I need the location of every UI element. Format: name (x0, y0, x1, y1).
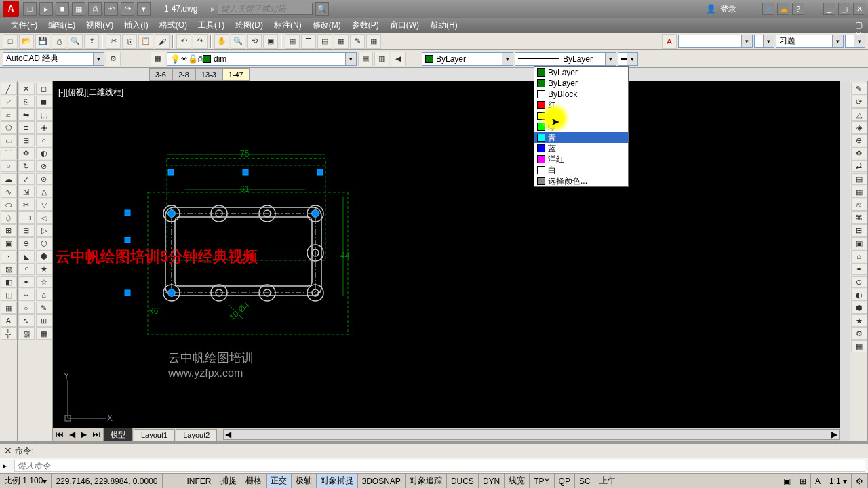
block-icon[interactable]: ▣ (1, 237, 17, 249)
doc-restore-button[interactable]: ▢ (855, 20, 863, 30)
mirror-icon[interactable]: ⇋ (18, 108, 35, 121)
m2-16-icon[interactable]: ☆ (36, 276, 52, 288)
layout-model[interactable]: 模型 (103, 428, 133, 441)
cloud-icon[interactable]: ☁ (777, 3, 789, 15)
color-option-5[interactable]: 绿 (534, 121, 628, 132)
toggle-sc[interactable]: SC (575, 474, 595, 488)
r1-14-icon[interactable]: ⌂ (851, 250, 867, 262)
color-option-6[interactable]: 青 (534, 132, 628, 143)
editsp-icon[interactable]: ∿ (18, 314, 35, 327)
r1-18-icon[interactable]: ⬢ (851, 302, 867, 314)
toggle-dyn[interactable]: DYN (479, 474, 505, 488)
status-scale[interactable]: 比例 1:100 ▾ (0, 474, 52, 488)
zoom-icon[interactable]: 🔍 (231, 34, 245, 49)
app-logo[interactable]: A (3, 1, 19, 17)
menu-insert[interactable]: 插入(I) (119, 18, 153, 33)
stretch-icon[interactable]: ⇲ (18, 186, 35, 198)
qat-redo-icon[interactable]: ↷ (121, 2, 134, 16)
menu-dimension[interactable]: 标注(N) (269, 18, 307, 33)
dimstyle-combo[interactable]: 习题▾ (776, 35, 844, 48)
cut-icon[interactable]: ✂ (106, 34, 121, 49)
minimize-button[interactable]: _ (823, 3, 835, 15)
color-option-3[interactable]: 红 (534, 100, 628, 110)
search-icon[interactable]: 🔍 (315, 2, 329, 16)
dimstyle2-combo[interactable]: ▾ (845, 35, 865, 48)
r1-9-icon[interactable]: ▦ (851, 186, 867, 198)
m2-4-icon[interactable]: ◈ (36, 121, 52, 134)
array-icon[interactable]: ⊞ (18, 134, 35, 146)
r1-15-icon[interactable]: ✦ (851, 263, 867, 275)
r1-2-icon[interactable]: ⟳ (851, 96, 867, 108)
zoom-prev-icon[interactable]: ⟲ (247, 34, 262, 49)
copy2-icon[interactable]: ⎘ (18, 96, 35, 108)
status-annot-icon[interactable]: A (811, 474, 825, 488)
circle-icon[interactable]: ○ (1, 160, 17, 172)
r1-13-icon[interactable]: ▣ (851, 237, 867, 249)
color-option-4[interactable]: 黄 (534, 110, 628, 121)
line-icon[interactable]: ╱ (1, 83, 17, 95)
match-icon[interactable]: 🖌 (155, 34, 170, 49)
r1-4-icon[interactable]: ◈ (851, 121, 867, 134)
m2-11-icon[interactable]: ◁ (36, 211, 52, 224)
status-config-icon[interactable]: ⚙ (852, 474, 868, 488)
mtext-icon[interactable]: A (1, 314, 17, 327)
cmd-close-icon[interactable]: ✕ (4, 445, 12, 456)
toggle-lwt[interactable]: 线宽 (505, 474, 530, 488)
menu-tools[interactable]: 工具(T) (193, 18, 230, 33)
m2-13-icon[interactable]: ⬡ (36, 237, 52, 249)
save-icon[interactable]: 💾 (35, 34, 50, 49)
r1-7-icon[interactable]: ⇄ (851, 160, 867, 172)
copy-icon[interactable]: ⎘ (122, 34, 137, 49)
rotate-icon[interactable]: ↻ (18, 160, 35, 172)
tab-13-3[interactable]: 13-3 (195, 68, 222, 81)
tables-icon[interactable]: ▦ (366, 34, 381, 49)
qat-undo-icon[interactable]: ↶ (104, 2, 118, 16)
textstyle-combo[interactable]: ▾ (678, 35, 753, 48)
status-grid-icon[interactable]: ⊞ (795, 474, 811, 488)
r1-8-icon[interactable]: ▤ (851, 173, 867, 185)
preview-icon[interactable]: 🔍 (68, 34, 83, 49)
layout-2[interactable]: Layout2 (176, 429, 217, 441)
r1-16-icon[interactable]: ⊙ (851, 276, 867, 288)
color-option-8[interactable]: 洋红 (534, 154, 628, 165)
drawing-viewport[interactable]: [-][俯视][二维线框] (53, 81, 850, 441)
toggle-3dosnap[interactable]: 3DOSNAP (358, 474, 406, 488)
m2-8-icon[interactable]: ⊙ (36, 173, 52, 185)
explode-icon[interactable]: ✦ (18, 276, 35, 288)
qat-open-icon[interactable]: ▸ (39, 2, 53, 16)
hatch-icon[interactable]: ▨ (1, 263, 17, 275)
table-icon[interactable]: ▦ (1, 302, 17, 314)
m2-10-icon[interactable]: ▽ (36, 199, 52, 211)
calc-icon[interactable]: ▦ (334, 34, 349, 49)
maximize-button[interactable]: ▢ (838, 3, 850, 15)
r1-10-icon[interactable]: ⎋ (851, 199, 867, 211)
layer-iso-icon[interactable]: ▥ (374, 52, 389, 66)
color-option-2[interactable]: ByBlock (534, 89, 628, 100)
zoom-window-icon[interactable]: ▣ (263, 34, 278, 49)
m2-14-icon[interactable]: ⬢ (36, 250, 52, 262)
paste-icon[interactable]: 📋 (138, 34, 153, 49)
layout-1[interactable]: Layout1 (134, 429, 175, 441)
m2-20-icon[interactable]: ▦ (36, 327, 52, 340)
qat-print-icon[interactable]: ⎙ (88, 2, 102, 16)
tab-1-47[interactable]: 1-47 (222, 68, 250, 81)
login-icon[interactable]: 👤 (706, 4, 716, 14)
m2-3-icon[interactable]: ⬚ (36, 108, 52, 121)
annot-combo[interactable]: ▾ (754, 35, 774, 48)
fillet-icon[interactable]: ◜ (18, 263, 35, 275)
open-icon[interactable]: 📂 (19, 34, 34, 49)
toggle-tpy[interactable]: TPY (530, 474, 554, 488)
nav-next-icon[interactable]: ▶ (78, 430, 90, 439)
m2-1-icon[interactable]: ◻ (36, 83, 52, 95)
polygon-icon[interactable]: ⬠ (1, 121, 17, 134)
color-option-7[interactable]: 蓝 (534, 143, 628, 154)
workspace-settings-icon[interactable]: ⚙ (106, 52, 121, 66)
ellipse-icon[interactable]: ⬭ (1, 199, 17, 211)
menu-draw[interactable]: 绘图(D) (230, 18, 269, 33)
search-input[interactable] (218, 3, 313, 15)
properties-icon[interactable]: ▦ (285, 34, 300, 49)
m2-15-icon[interactable]: ★ (36, 263, 52, 275)
color-option-0[interactable]: ByLayer (534, 67, 628, 78)
r1-21-icon[interactable]: ▦ (851, 340, 867, 352)
toggle-qp[interactable]: QP (555, 474, 575, 488)
